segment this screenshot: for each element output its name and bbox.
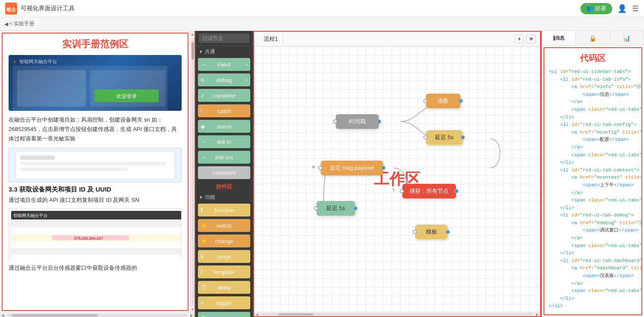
svg-rect-16 (11, 221, 181, 227)
list-item[interactable]: ⚙ exec (195, 311, 253, 317)
node-delay-label: delay (217, 284, 231, 291)
canvas-hscroll-thumb[interactable] (279, 313, 313, 316)
list-item[interactable]: → link out (195, 149, 253, 165)
debug-icon: ≡ (200, 76, 204, 83)
port-left-delay-bot (314, 206, 318, 210)
node-delay[interactable]: ⏱ delay (198, 281, 250, 294)
right-content: 代码区 <ul id="red-ui-sidebar-tabs"> <li id… (544, 47, 642, 315)
complete-icon: ✓ (200, 92, 206, 99)
node-status[interactable]: ◈ status (198, 120, 250, 133)
flow-node-template[interactable]: 模板 (415, 225, 447, 239)
nodes-search-input[interactable] (199, 34, 249, 43)
left-hscroll-right[interactable]: ▶ (189, 313, 194, 317)
flow-node-payload-label: 设定 msg.payload (330, 164, 374, 172)
port-left-template (413, 230, 417, 234)
svg-rect-3 (17, 70, 86, 107)
list-item[interactable]: ⚡ switch (195, 218, 253, 233)
node-complete[interactable]: ✓ complete (198, 89, 250, 102)
lock-icon: 🔒 (589, 35, 596, 42)
section-common-label: 共通 (205, 48, 215, 55)
node-range[interactable]: ii range (198, 250, 250, 263)
svg-rect-21 (11, 241, 181, 248)
flow-node-delay-bot[interactable]: 延迟 5s (316, 201, 355, 216)
scroll-up-arrow[interactable]: ▲ (191, 32, 194, 37)
list-item[interactable]: ii range (195, 249, 253, 264)
left-hscroll-thumb[interactable] (12, 314, 97, 317)
node-template[interactable]: { template (198, 265, 250, 278)
list-item[interactable]: ⚡ change (195, 233, 253, 249)
right-panel: ℹ 信息 🔒 📊 代码区 <ul id="red-ui-sidebar-tabs… (541, 31, 644, 317)
node-complete-label: complete (213, 92, 236, 99)
flow-node-delay-top[interactable]: 延迟 5s (426, 130, 462, 145)
tab-lock[interactable]: 🔒 (576, 31, 610, 45)
list-item[interactable]: ⏱ delay (195, 280, 253, 295)
node-function[interactable]: f function (198, 204, 250, 216)
list-item[interactable]: ✓ complete (195, 88, 253, 103)
manual-title: 实训手册范例区 (9, 38, 182, 51)
app-title: 可视化界面设计工具 (21, 5, 75, 12)
flow-node-template-label: 模板 (426, 228, 437, 236)
list-item[interactable]: ◈ status (195, 119, 253, 134)
node-trigger[interactable]: ≈ trigger (198, 296, 250, 309)
flow-node-function[interactable]: 函数 (426, 94, 460, 108)
scroll-thumb[interactable] (191, 42, 194, 59)
topbar-left: 唯众 可视化界面设计工具 (5, 3, 75, 15)
list-item[interactable]: → link in (195, 134, 253, 149)
list-item[interactable]: → inject ≡ (195, 57, 253, 72)
inject-icon: → (200, 61, 207, 68)
user-icon[interactable]: 👤 (617, 4, 627, 13)
node-switch[interactable]: ⚡ switch (198, 219, 250, 232)
trigger-icon: ≈ (200, 299, 204, 306)
list-item[interactable]: comment (195, 165, 253, 180)
node-debug[interactable]: ≡ debug ≡ (198, 73, 250, 86)
flow-node-timestamp[interactable]: 时间戳 (336, 114, 379, 129)
back-arrow-icon: ◀ (4, 21, 8, 27)
port-right-payload (381, 166, 386, 170)
deploy-button[interactable]: 👥 部署 (580, 3, 612, 14)
list-item[interactable]: { template (195, 264, 253, 280)
list-item[interactable]: ! catch (195, 103, 253, 119)
section-function-arrow[interactable]: ▼ (199, 195, 203, 200)
left-scrollbar[interactable]: ▲ ▼ (190, 31, 194, 313)
chart-icon: 📊 (623, 35, 630, 42)
node-link-in-label: link in (217, 139, 231, 145)
canvas-hscroll-left[interactable]: ◀ (254, 312, 260, 317)
list-item[interactable]: f function (195, 202, 253, 218)
svg-text:智能网关融合平台: 智能网关融合平台 (13, 213, 48, 218)
node-exec[interactable]: ⚙ exec (198, 312, 250, 317)
port-left-timestamp (333, 119, 337, 124)
list-item[interactable]: ≡ debug ≡ (195, 72, 253, 88)
left-hscroll-left[interactable]: ◀ (0, 313, 6, 317)
flow-node-set-payload[interactable]: ✕ 设定 msg.payload (321, 161, 383, 175)
node-link-out[interactable]: → link out (198, 151, 250, 164)
canvas-hscroll-track (261, 313, 533, 316)
node-inject[interactable]: → inject ≡ (198, 58, 250, 71)
node-exec-label: exec (218, 315, 230, 317)
canvas-grid[interactable]: 工作区 时间戳 (254, 46, 540, 312)
node-comment[interactable]: comment (198, 166, 250, 179)
node-status-label: status (217, 123, 232, 130)
status-icon: ◈ (200, 123, 205, 130)
flow-node-catch[interactable]: ! 捕获：所有节点 (402, 184, 456, 198)
canvas-hscroll-right[interactable]: ▶ (535, 312, 540, 317)
node-link-in[interactable]: → link in (198, 135, 250, 148)
section-common-arrow[interactable]: ▼ (199, 49, 203, 54)
tab-info[interactable]: ℹ 信息 (542, 31, 576, 45)
scroll-down-arrow[interactable]: ▼ (191, 307, 194, 312)
nodes-list: ▼ 共通 → inject ≡ ≡ debug ≡ ✓ (195, 46, 253, 317)
list-item[interactable]: ≈ trigger (195, 295, 253, 311)
node-inject-label: inject (218, 61, 231, 68)
tab-chart[interactable]: 📊 (610, 31, 644, 45)
canvas-add-button[interactable]: + (515, 34, 524, 43)
back-button[interactable]: ◀ < 实验手册 (4, 20, 34, 27)
node-change[interactable]: ⚡ change (198, 235, 250, 247)
canvas-tab[interactable]: 流程1 (258, 34, 283, 45)
menu-icon[interactable]: ☰ (632, 4, 639, 13)
port-right-delay-bot (353, 206, 358, 210)
exec-icon: ⚙ (200, 315, 206, 317)
canvas-menu-button[interactable]: ≡ (526, 34, 536, 43)
node-catch[interactable]: ! catch (198, 104, 250, 117)
flow-node-timestamp-label: 时间戳 (349, 118, 366, 125)
link-out-icon: → (200, 154, 207, 161)
port-right-function (459, 99, 463, 103)
